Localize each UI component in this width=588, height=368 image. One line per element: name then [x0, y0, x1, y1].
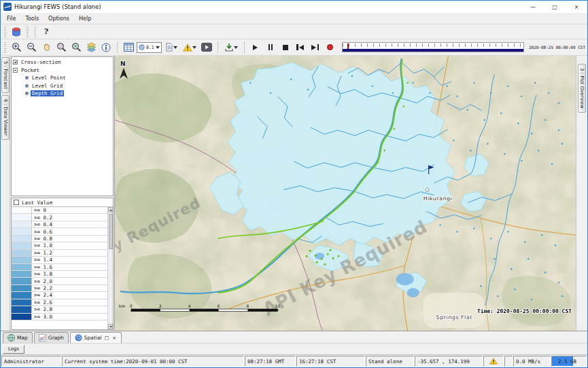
tree-item-level-grid[interactable]: Level Grid: [13, 82, 113, 90]
tree-item-label: Pocket: [20, 67, 41, 73]
zoom-extent-button[interactable]: [69, 41, 83, 54]
legend-row[interactable]: >= 1.8: [12, 271, 107, 278]
zoom-out-icon: [27, 42, 37, 52]
pan-button[interactable]: [39, 41, 53, 54]
step-back-button[interactable]: [294, 41, 307, 54]
tree-item-level-point[interactable]: Level Point: [13, 74, 113, 82]
toolbar-grip[interactable]: [27, 26, 29, 37]
tab-data-viewer[interactable]: 6 : Data Viewer: [1, 95, 10, 140]
tab-spatial[interactable]: Spatial □ ×: [70, 332, 122, 343]
status-warning-cell[interactable]: [483, 356, 504, 367]
legend-label: >= 0.4: [32, 221, 52, 227]
import-button[interactable]: [222, 41, 240, 54]
step-back-icon: [296, 44, 298, 50]
legend-row[interactable]: >= 2.8: [12, 306, 107, 313]
tab-graph[interactable]: Graph: [34, 332, 69, 343]
menu-tools[interactable]: Tools: [20, 14, 44, 23]
map-time-label: Time: 2020-08-25 00:00:00 CST: [477, 308, 572, 314]
play-button[interactable]: [249, 41, 262, 54]
legend-scrollbar[interactable]: [107, 207, 113, 329]
float-panel-icon[interactable]: □: [104, 335, 110, 341]
profile-button[interactable]: [163, 41, 179, 54]
contour-interval-combo[interactable]: 0.1: [137, 42, 162, 53]
menu-file[interactable]: File: [2, 14, 20, 23]
status-coordinates: -35.657 , 174.199: [415, 356, 483, 367]
legend-swatch: [12, 271, 32, 277]
import-icon: [224, 43, 234, 52]
legend-row[interactable]: >= 0.6: [12, 228, 107, 235]
grid-display-button[interactable]: [122, 41, 135, 54]
scrollbar-thumb[interactable]: [109, 214, 113, 249]
tree-item-cross-section[interactable]: Cross-section: [13, 58, 113, 67]
legend-swatch: [12, 299, 32, 306]
tree-item-pocket[interactable]: Pocket: [13, 67, 113, 75]
zoom-selection-button[interactable]: [54, 41, 68, 54]
close-panel-icon[interactable]: ×: [111, 335, 117, 341]
toolbar-grip[interactable]: [4, 42, 6, 53]
toolbar-separator: [117, 41, 118, 54]
info-button[interactable]: [99, 41, 113, 54]
minimize-button[interactable]: —: [522, 1, 544, 13]
scroll-up-icon[interactable]: [108, 207, 113, 213]
scale-tick: 0: [130, 303, 133, 308]
time-slider[interactable]: [342, 42, 524, 52]
tab-plot-overview[interactable]: 3 : Plot Overview: [578, 64, 586, 113]
tree-item-depth-grid[interactable]: Depth Grid: [13, 90, 113, 98]
legend-row[interactable]: >= 1.2: [12, 250, 107, 257]
zoom-out-button[interactable]: [24, 41, 38, 54]
expand-icon[interactable]: [13, 60, 18, 65]
status-gmt-time: 08:27:18 GMT: [245, 356, 296, 367]
status-system-time: Current system time:2020-09-01 00:00 CST: [62, 356, 244, 367]
animation-button[interactable]: [200, 41, 213, 54]
legend-row[interactable]: >= 0.2: [12, 214, 107, 221]
legend-swatch: [12, 221, 32, 227]
collapse-icon[interactable]: [13, 68, 18, 73]
legend-label: >= 3.0: [32, 314, 52, 320]
toolbar-grip[interactable]: [4, 26, 6, 37]
zoom-in-button[interactable]: [10, 41, 23, 54]
legend-row[interactable]: >= 0: [12, 207, 107, 214]
menu-options[interactable]: Options: [44, 14, 74, 23]
record-button[interactable]: [324, 41, 337, 54]
legend-label: >= 1.4: [32, 257, 52, 263]
scroll-down-icon[interactable]: [108, 324, 113, 329]
close-button[interactable]: ×: [566, 1, 587, 13]
legend-label: >= 2.2: [32, 285, 52, 291]
grid-icon: [124, 43, 134, 52]
layers-button[interactable]: [84, 41, 98, 54]
map-canvas[interactable]: Hikurangi Springs Flat API Key Required …: [115, 56, 576, 331]
legend-label: >= 0.6: [32, 228, 52, 234]
legend-row[interactable]: >= 2.6: [12, 299, 107, 306]
tree-item-label: Level Grid: [31, 83, 64, 89]
tree-item-label: Level Point: [31, 75, 67, 81]
right-tab-strip: 3 : Plot Overview: [576, 56, 587, 331]
pause-button[interactable]: [264, 41, 277, 54]
legend-row[interactable]: >= 1.0: [12, 242, 107, 249]
warning-filter-button[interactable]: [181, 41, 198, 54]
maximize-button[interactable]: □: [544, 1, 566, 13]
legend-row[interactable]: >= 3.0: [12, 314, 107, 320]
database-button[interactable]: [10, 25, 23, 39]
menu-help[interactable]: Help: [74, 14, 96, 23]
tab-forecast[interactable]: 5 : Forecast: [1, 57, 10, 93]
legend-row[interactable]: >= 1.4: [12, 257, 107, 263]
map-view[interactable]: Hikurangi Springs Flat API Key Required …: [115, 56, 576, 331]
last-value-checkbox[interactable]: [14, 200, 19, 205]
status-mode: Stand alone: [366, 356, 414, 367]
help-button[interactable]: ?: [39, 25, 53, 39]
legend-swatch: [12, 257, 32, 263]
time-slider-handle[interactable]: [347, 43, 349, 50]
legend-row[interactable]: >= 1.6: [12, 264, 107, 271]
tab-map[interactable]: Map: [3, 332, 33, 343]
stop-button[interactable]: [279, 41, 292, 54]
legend-row[interactable]: >= 2.4: [12, 292, 107, 299]
legend-row[interactable]: >= 0.4: [12, 221, 107, 228]
legend-row[interactable]: >= 0.8: [12, 236, 107, 242]
legend-row[interactable]: >= 2.2: [12, 285, 107, 292]
spatial-icon: [75, 334, 82, 342]
step-forward-button[interactable]: [309, 41, 322, 54]
database-icon: [12, 27, 21, 37]
play-icon: [253, 45, 258, 50]
legend-row[interactable]: >= 2.0: [12, 278, 107, 284]
logs-button[interactable]: Logs: [3, 345, 24, 354]
